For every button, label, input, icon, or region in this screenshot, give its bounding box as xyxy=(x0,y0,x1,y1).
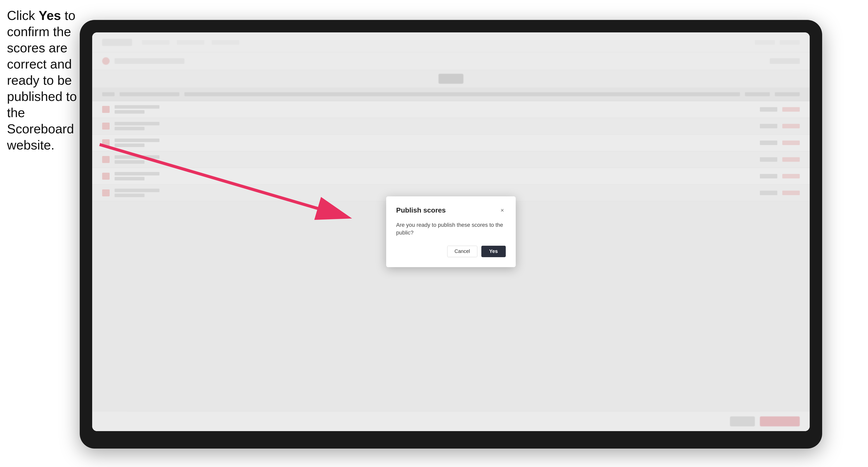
instruction-text: Click Yes to confirm the scores are corr… xyxy=(7,7,79,153)
modal-close-button[interactable]: × xyxy=(499,207,506,214)
modal-overlay: Publish scores × Are you ready to publis… xyxy=(92,32,810,431)
app-screen: Publish scores × Are you ready to publis… xyxy=(92,32,810,431)
tablet-device: Publish scores × Are you ready to publis… xyxy=(80,20,822,448)
modal-body-text: Are you ready to publish these scores to… xyxy=(396,221,506,237)
modal-title: Publish scores xyxy=(396,206,446,214)
instruction-suffix: to confirm the scores are correct and re… xyxy=(7,8,77,152)
publish-scores-dialog: Publish scores × Are you ready to publis… xyxy=(386,196,516,267)
instruction-prefix: Click xyxy=(7,8,39,23)
yes-button[interactable]: Yes xyxy=(481,246,506,257)
cancel-button[interactable]: Cancel xyxy=(447,246,477,257)
modal-header: Publish scores × xyxy=(396,206,506,214)
instruction-bold: Yes xyxy=(39,8,61,23)
tablet-screen: Publish scores × Are you ready to publis… xyxy=(92,32,810,431)
modal-footer: Cancel Yes xyxy=(396,246,506,257)
